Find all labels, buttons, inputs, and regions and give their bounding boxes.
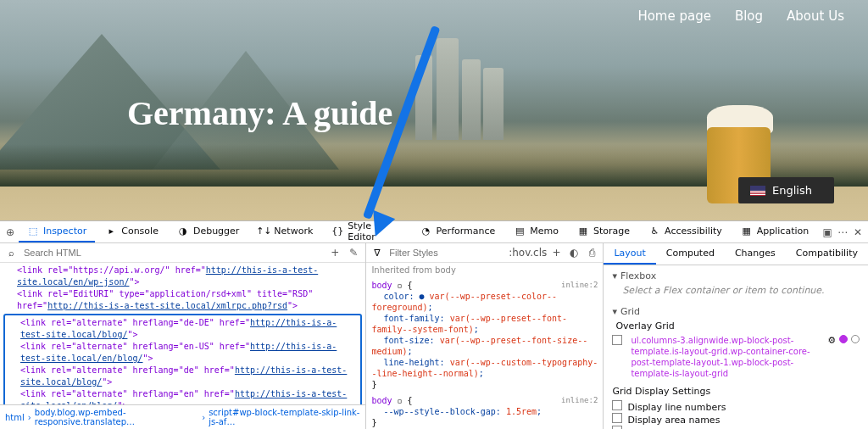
html-tree[interactable]: <link rel="https://api.w.org/" href="htt… [0, 263, 365, 404]
page-title: Germany: A guide [127, 93, 392, 133]
css-rule-2[interactable]: inline:2 body ▫ { --wp--style--block-gap… [366, 393, 603, 429]
primary-nav: Home page Blog About Us [637, 8, 844, 24]
filter-icon: ∇ [371, 247, 382, 259]
css-pane: ∇ :hov .cls + ◐ ⎙ Inherited from body in… [366, 243, 604, 429]
network-icon: ↑↓ [258, 226, 270, 237]
tab-console[interactable]: ▸Console [97, 222, 167, 242]
edit-icon[interactable]: ✎ [347, 246, 360, 259]
inherited-label: Inherited from body [366, 263, 603, 277]
tab-network[interactable]: ↑↓Network [249, 222, 321, 242]
tab-storage[interactable]: ▦Storage [569, 222, 638, 242]
console-icon: ▸ [105, 226, 117, 237]
language-switcher[interactable]: English [738, 177, 834, 203]
highlighted-hreflang-block: <link rel="alternate" hreflang="de-DE" h… [3, 314, 362, 404]
gear-icon[interactable]: ⚙ [827, 335, 836, 346]
html-pane: ⌕ + ✎ <link rel="https://api.w.org/" hre… [0, 243, 366, 429]
tab-memory[interactable]: ▤Memo [505, 222, 567, 242]
inspector-icon: ⬚ [27, 226, 39, 237]
layout-sub-tabs: Layout Computed Changes Compatibility [604, 243, 868, 265]
language-label: English [772, 184, 812, 197]
storage-icon: ▦ [577, 226, 589, 237]
print-icon[interactable]: ⎙ [586, 246, 598, 259]
more-icon[interactable]: ⋯ [836, 226, 849, 239]
grid-checkbox[interactable] [612, 335, 622, 345]
add-icon[interactable]: + [328, 246, 342, 259]
search-html-input[interactable] [22, 246, 323, 259]
debugger-icon: ◑ [177, 226, 189, 237]
opt-area-names[interactable]: Display area names [612, 413, 860, 426]
tab-debugger[interactable]: ◑Debugger [169, 222, 248, 242]
cls-button[interactable]: .cls [531, 246, 545, 259]
tab-inspector[interactable]: ⬚Inspector [19, 222, 95, 242]
breadcrumb[interactable]: html › body.blog.wp-embed-responsive.tra… [0, 404, 365, 429]
grid-settings-label: Grid Display Settings [612, 386, 860, 397]
opt-extend-lines[interactable]: Extend lines infinitely [612, 426, 860, 429]
sub-tab-changes[interactable]: Changes [725, 243, 786, 265]
responsive-icon[interactable]: ▣ [821, 226, 834, 239]
style-editor-icon: {} [331, 226, 343, 237]
add-rule-icon[interactable]: + [550, 246, 563, 259]
devtools-panel: ⊕ ⬚Inspector ▸Console ◑Debugger ↑↓Networ… [0, 220, 868, 429]
layout-pane: Layout Computed Changes Compatibility ▾ … [604, 243, 868, 429]
nav-blog[interactable]: Blog [735, 8, 763, 24]
sub-tab-computed[interactable]: Computed [656, 243, 725, 265]
performance-icon: ◔ [420, 226, 432, 237]
opt-line-numbers[interactable]: Display line numbers [612, 400, 860, 413]
hero-banner: Home page Blog About Us Germany: A guide… [0, 0, 868, 220]
light-dark-icon[interactable]: ◐ [568, 246, 581, 259]
tab-application[interactable]: ▦Application [732, 222, 817, 242]
tab-accessibility[interactable]: ♿Accessibility [640, 222, 731, 242]
sub-tab-compat[interactable]: Compatibility [786, 243, 868, 265]
nav-home[interactable]: Home page [637, 8, 711, 24]
memory-icon: ▤ [514, 226, 526, 237]
hov-button[interactable]: :hov [513, 246, 526, 259]
accessibility-icon: ♿ [648, 226, 660, 237]
sub-tab-layout[interactable]: Layout [604, 243, 655, 265]
grid-item-link[interactable]: ul.columns-3.alignwide.wp-block-post-tem… [631, 335, 824, 379]
color-swatch[interactable] [839, 335, 848, 343]
filter-styles-input[interactable] [387, 246, 508, 259]
tab-performance[interactable]: ◔Performance [412, 222, 504, 242]
overlay-grid-label: Overlay Grid [612, 320, 860, 332]
flexbox-hint: Select a Flex container or item to conti… [612, 285, 860, 296]
close-icon[interactable]: ✕ [851, 226, 865, 239]
grid-header[interactable]: ▾ Grid [612, 306, 860, 317]
css-rule-1[interactable]: inline:2 body ▫ { color: ● var(--wp--pre… [366, 277, 603, 393]
color-swatch-empty[interactable] [851, 335, 860, 343]
flag-us-icon [750, 186, 765, 196]
inspect-picker-icon[interactable]: ⊕ [3, 226, 17, 239]
flexbox-header[interactable]: ▾ Flexbox [612, 270, 860, 281]
search-icon: ⌕ [5, 247, 17, 259]
devtools-tabs: ⊕ ⬚Inspector ▸Console ◑Debugger ↑↓Networ… [0, 221, 868, 243]
nav-about[interactable]: About Us [787, 8, 844, 24]
application-icon: ▦ [741, 226, 753, 237]
